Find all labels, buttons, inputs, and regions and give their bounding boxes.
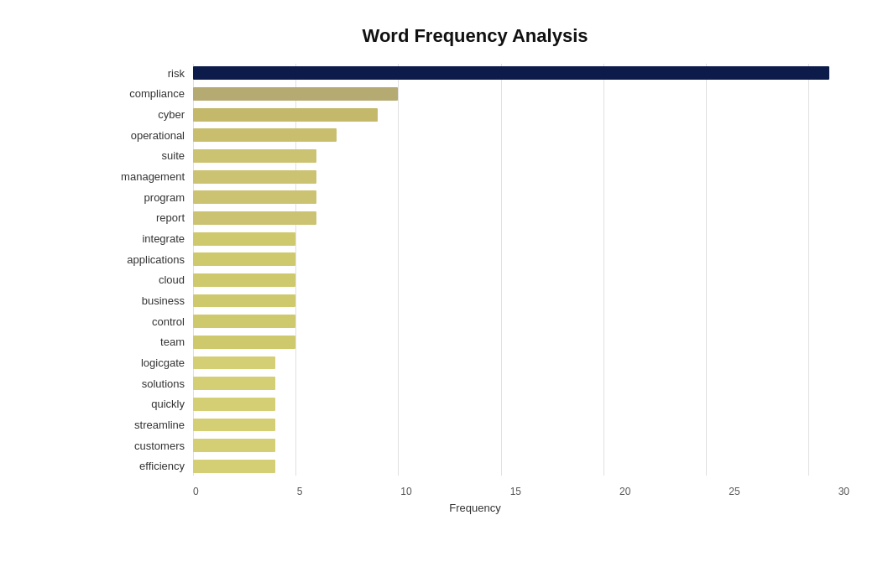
bar-fill <box>193 252 295 266</box>
bar-row: management <box>101 167 849 186</box>
x-axis: 051015202530 <box>193 486 849 497</box>
bar-row: efficiency <box>101 456 849 476</box>
bar-label: cyber <box>101 108 193 121</box>
bar-fill <box>193 419 275 432</box>
bar-track <box>193 415 849 434</box>
bar-fill <box>193 149 316 163</box>
bar-fill <box>193 315 295 328</box>
bar-row: program <box>101 188 849 207</box>
bar-track <box>193 456 849 476</box>
bar-track <box>193 291 849 310</box>
bar-track <box>193 229 849 248</box>
bar-row: team <box>101 333 849 352</box>
bar-fill <box>193 398 275 411</box>
bar-label: program <box>101 191 193 204</box>
bar-fill <box>193 128 337 142</box>
bar-fill <box>193 356 275 370</box>
bar-fill <box>193 211 316 225</box>
bar-label: streamline <box>101 419 193 431</box>
bar-track <box>193 353 849 372</box>
bar-row: streamline <box>101 415 849 434</box>
bar-track <box>193 85 849 104</box>
bar-track <box>193 64 849 83</box>
chart-title: Word Frequency Analysis <box>101 25 849 47</box>
bar-track <box>193 333 849 352</box>
bar-row: customers <box>101 436 849 455</box>
bar-row: integrate <box>101 229 849 248</box>
bars-section: riskcompliancecyberoperationalsuitemanag… <box>101 64 849 476</box>
bar-track <box>193 105 849 124</box>
bar-track <box>193 209 849 228</box>
bar-track <box>193 250 849 269</box>
bar-label: logicgate <box>101 356 193 369</box>
bar-row: applications <box>101 250 849 269</box>
bar-track <box>193 167 849 186</box>
bar-label: business <box>101 294 193 307</box>
bar-fill <box>193 170 316 184</box>
bar-row: operational <box>101 126 849 145</box>
bar-fill <box>193 336 295 349</box>
bar-label: efficiency <box>101 460 193 472</box>
bar-row: risk <box>101 64 849 83</box>
x-tick-label: 5 <box>297 486 303 497</box>
x-axis-title: Frequency <box>101 502 849 514</box>
bar-fill <box>193 273 295 287</box>
bar-row: suite <box>101 147 849 166</box>
x-tick-label: 20 <box>619 486 630 497</box>
bar-label: suite <box>101 149 193 162</box>
bar-track <box>193 126 849 145</box>
bar-track <box>193 188 849 207</box>
bar-track <box>193 271 849 290</box>
bar-label: quickly <box>101 398 193 410</box>
bar-row: compliance <box>101 85 849 104</box>
bar-fill <box>193 377 275 390</box>
bar-row: business <box>101 291 849 310</box>
bar-track <box>193 436 849 455</box>
bar-label: solutions <box>101 377 193 390</box>
bar-row: solutions <box>101 374 849 393</box>
bar-fill <box>193 439 275 452</box>
x-tick-label: 10 <box>400 486 411 497</box>
x-tick-label: 30 <box>839 486 849 497</box>
bar-track <box>193 395 849 414</box>
chart-container: Word Frequency Analysis riskcompliancecy… <box>0 0 883 588</box>
x-tick-label: 25 <box>729 486 739 497</box>
x-tick-label: 15 <box>510 486 521 497</box>
bar-fill <box>193 232 295 246</box>
bar-row: control <box>101 312 849 331</box>
bar-fill <box>193 190 316 204</box>
bar-row: logicgate <box>101 353 849 372</box>
bar-fill <box>193 66 829 80</box>
bar-label: management <box>101 170 193 183</box>
x-tick-label: 0 <box>193 486 199 497</box>
bar-row: quickly <box>101 395 849 414</box>
bar-fill <box>193 108 378 122</box>
bar-row: cyber <box>101 105 849 124</box>
bar-label: control <box>101 315 193 328</box>
bar-track <box>193 312 849 331</box>
bar-label: customers <box>101 440 193 452</box>
bar-label: applications <box>101 253 193 266</box>
bar-track <box>193 147 849 166</box>
bar-fill <box>193 87 398 101</box>
bar-label: compliance <box>101 87 193 100</box>
bar-row: report <box>101 209 849 228</box>
bar-fill <box>193 294 295 308</box>
bar-label: team <box>101 336 193 348</box>
bar-label: integrate <box>101 232 193 245</box>
bar-label: risk <box>101 67 193 80</box>
bar-track <box>193 374 849 393</box>
bar-label: cloud <box>101 273 193 286</box>
bar-label: operational <box>101 129 193 142</box>
bar-row: cloud <box>101 271 849 290</box>
bar-fill <box>193 460 275 473</box>
bar-label: report <box>101 211 193 224</box>
